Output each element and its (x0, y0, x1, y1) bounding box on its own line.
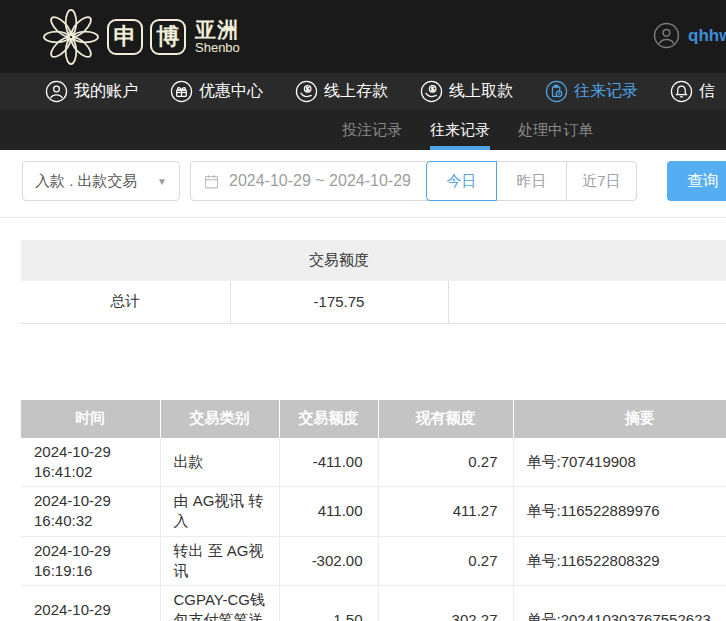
deposit-icon: $ (295, 80, 318, 103)
summary-empty-cell (448, 281, 726, 323)
logo-char-box: 博 (150, 19, 186, 55)
table-row: 2024-10-29 16:41:02 出款 -411.00 0.27 单号:7… (21, 438, 726, 487)
cell-summary: 单号:707419908 (513, 438, 726, 487)
page: 申 博 亚洲 Shenbo qhhw 我的账户 (0, 0, 726, 621)
nav-label: 我的账户 (74, 81, 138, 102)
summary-total-value: -175.75 (230, 281, 448, 323)
main-navbar: 我的账户 优惠中心 $ 线上存款 $ 线上取款 (0, 73, 726, 110)
cell-time: 2024-10-29 16:19:12 (21, 586, 160, 621)
summary-header-spacer (448, 240, 726, 281)
cell-balance: 411.27 (378, 487, 513, 537)
col-header-summary: 摘要 (513, 400, 726, 438)
summary-header-label: 交易额度 (230, 240, 448, 281)
user-icon (45, 80, 68, 103)
nav-item-deposit[interactable]: $ 线上存款 (295, 80, 388, 103)
cell-amount: 411.00 (279, 487, 378, 537)
cell-time: 2024-10-29 16:41:02 (21, 438, 160, 487)
table-row: 2024-10-29 16:19:16 转出 至 AG视讯 -302.00 0.… (21, 536, 726, 586)
gift-icon (170, 80, 193, 103)
last7days-button[interactable]: 近7日 (566, 161, 637, 201)
cell-type: 由 AG视讯 转入 (160, 487, 279, 537)
summary-header-row: 交易额度 (21, 240, 726, 281)
cell-balance: 0.27 (378, 536, 513, 586)
nav-label: 线上取款 (449, 81, 513, 102)
nav-label: 优惠中心 (199, 81, 263, 102)
cell-type: CGPAY-CG钱包支付笔笔送优惠 (160, 586, 279, 621)
filter-bar: 入款 . 出款交易 ▼ 2024-10-29 ~ 2024-10-29 今日 昨… (0, 150, 726, 218)
table-header-row: 时间 交易类别 交易额度 现有额度 摘要 (21, 400, 726, 438)
nav-label: 线上存款 (324, 81, 388, 102)
summary-total-row: 总计 -175.75 (21, 281, 726, 323)
cell-time: 2024-10-29 16:40:32 (21, 487, 160, 537)
search-button[interactable]: 查询 (667, 161, 726, 201)
lotus-flower-icon (42, 8, 100, 66)
cell-type: 转出 至 AG视讯 (160, 536, 279, 586)
logo-char-box: 申 (107, 19, 143, 55)
cell-amount: -302.00 (279, 536, 378, 586)
col-header-amount: 交易额度 (279, 400, 378, 438)
logo-region-text: 亚洲 (195, 19, 240, 41)
records-subnav: 投注记录 往来记录 处理中订单 (0, 110, 726, 150)
transaction-type-select[interactable]: 入款 . 出款交易 ▼ (22, 161, 180, 201)
topbar: 申 博 亚洲 Shenbo qhhw (0, 0, 726, 73)
chevron-down-icon: ▼ (157, 176, 167, 187)
table-row: 2024-10-29 16:40:32 由 AG视讯 转入 411.00 411… (21, 487, 726, 537)
table-row: 2024-10-29 16:19:12 CGPAY-CG钱包支付笔笔送优惠 1.… (21, 586, 726, 621)
yesterday-button[interactable]: 昨日 (496, 161, 567, 201)
nav-item-messages[interactable]: 信 (670, 80, 715, 103)
date-range-input[interactable]: 2024-10-29 ~ 2024-10-29 (190, 161, 443, 201)
col-header-time: 时间 (21, 400, 160, 438)
summary-header-spacer (21, 240, 230, 281)
cell-balance: 302.27 (378, 586, 513, 621)
col-header-balance: 现有额度 (378, 400, 513, 438)
tab-betting-records[interactable]: 投注记录 (342, 110, 402, 150)
records-icon (545, 80, 568, 103)
today-button[interactable]: 今日 (426, 161, 497, 201)
cell-summary: 单号:116522808329 (513, 536, 726, 586)
cell-type: 出款 (160, 438, 279, 487)
tab-transaction-records[interactable]: 往来记录 (430, 110, 490, 150)
summary-table: 交易额度 总计 -175.75 (21, 240, 726, 324)
nav-label: 信 (699, 81, 715, 102)
col-header-type: 交易类别 (160, 400, 279, 438)
nav-item-transaction-records[interactable]: 往来记录 (545, 80, 638, 103)
bell-icon (670, 80, 693, 103)
user-account[interactable]: qhhw (653, 22, 726, 49)
summary-total-label: 总计 (21, 281, 230, 323)
withdraw-icon: $ (420, 80, 443, 103)
quick-range-group: 今日 昨日 近7日 (426, 161, 637, 201)
tab-processing-orders[interactable]: 处理中订单 (518, 110, 593, 150)
date-range-value: 2024-10-29 ~ 2024-10-29 (229, 172, 411, 190)
brand-logo[interactable]: 申 博 亚洲 Shenbo (42, 8, 240, 66)
cell-time: 2024-10-29 16:19:16 (21, 536, 160, 586)
logo-wordmark: 亚洲 Shenbo (195, 19, 240, 55)
nav-item-withdraw[interactable]: $ 线上取款 (420, 80, 513, 103)
nav-item-promotions[interactable]: 优惠中心 (170, 80, 263, 103)
transaction-type-value: 入款 . 出款交易 (35, 172, 138, 191)
username-text: qhhw (688, 26, 726, 46)
transactions-table: 时间 交易类别 交易额度 现有额度 摘要 2024-10-29 16:41:02… (21, 400, 726, 621)
cell-amount: -411.00 (279, 438, 378, 487)
cell-balance: 0.27 (378, 438, 513, 487)
calendar-icon (203, 173, 220, 190)
cell-amount: 1.50 (279, 586, 378, 621)
cell-summary: 单号:116522889976 (513, 487, 726, 537)
nav-label: 往来记录 (574, 81, 638, 102)
avatar-icon (653, 22, 680, 49)
nav-item-my-account[interactable]: 我的账户 (45, 80, 138, 103)
logo-name-text: Shenbo (195, 41, 240, 55)
cell-summary: 单号:202410303767552623 (513, 586, 726, 621)
